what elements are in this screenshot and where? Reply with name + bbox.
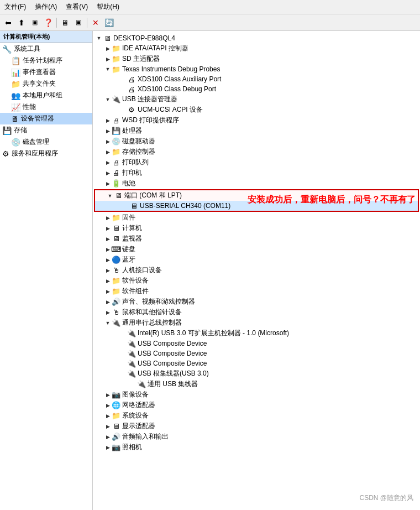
tree-ucm[interactable]: ⚙ UCM-UCSI ACPI 设备 [93,105,420,115]
tree-mouse[interactable]: 🖱 鼠标和其他指针设备 [93,307,420,318]
display-icon: 🖥 [112,422,120,431]
toolbar-properties[interactable]: ▣ [29,17,41,29]
tree-xds-dbg[interactable]: 🖨 XDS100 Class Debug Port [93,84,420,94]
sidebar-item-storage[interactable]: 💾 存储 [0,124,92,136]
ucm-label: UCM-UCSI ACPI 设备 [138,105,203,115]
camera-icon: 📷 [112,443,120,452]
bluetooth-label: 蓝牙 [122,255,135,264]
usb-ctrl-label: 通用串行总线控制器 [122,318,182,327]
tree-usb-root-hub[interactable]: 🔌 USB 根集线器(USB 3.0) [93,368,420,379]
sidebar-item-device-manager[interactable]: 🖥 设备管理器 [0,113,92,124]
printer-arrow [104,169,112,177]
tree-imaging[interactable]: 📷 图像设备 [93,389,420,400]
disk-arrow [104,138,112,145]
usb-ctrl-arrow [104,319,112,327]
menu-view[interactable]: 查看(V) [64,1,90,13]
ucm-arrow [119,106,127,114]
tree-monitor[interactable]: 🖥 监视器 [93,233,420,244]
tree-wsd[interactable]: 🖨 WSD 打印提供程序 [93,115,420,126]
toolbar-up[interactable]: ⬆ [15,17,28,29]
ch340-label: USB-SERIAL CH340 (COM11) [140,202,230,210]
tree-print-queue[interactable]: 🖨 打印队列 [93,157,420,168]
tree-firmware[interactable]: 📁 固件 [93,212,420,223]
toolbar-monitor[interactable]: 🖥 [59,17,71,29]
tree-ide[interactable]: 📁 IDE ATA/ATAPI 控制器 [93,43,420,54]
menu-help[interactable]: 帮助(H) [95,1,122,13]
menu-file[interactable]: 文件(F) [2,1,28,13]
tree-software-device[interactable]: 📁 软件设备 [93,275,420,286]
toolbar-delete[interactable]: ✕ [90,17,102,29]
tree-audio-io[interactable]: 🔊 音频输入和输出 [93,431,420,442]
tree-software-comp[interactable]: 📁 软件组件 [93,286,420,296]
task-scheduler-icon: 📋 [11,56,20,65]
tree-ti[interactable]: 📁 Texas Instruments Debug Probes [93,64,420,74]
usb-comp1-arrow [119,340,127,347]
sidebar-item-task-scheduler[interactable]: 📋 任务计划程序 [0,55,92,66]
sidebar-item-local-users[interactable]: 👥 本地用户和组 [0,90,92,101]
tree-usb-conn[interactable]: 🔌 USB 连接器管理器 [93,94,420,105]
mouse-label: 鼠标和其他指针设备 [122,308,182,317]
firmware-icon: 📁 [112,214,120,222]
toolbar-monitor2[interactable]: ▣ [72,17,85,29]
shared-folders-label: 共享文件夹 [23,79,56,89]
usb-comp1-icon: 🔌 [127,339,136,348]
tree-printer[interactable]: 🖨 打印机 [93,168,420,178]
tree-usb-comp3[interactable]: 🔌 USB Composite Device [93,358,420,368]
menu-action[interactable]: 操作(A) [33,1,59,13]
tree-usb-comp2[interactable]: 🔌 USB Composite Device [93,348,420,358]
toolbar-refresh[interactable]: 🔄 [103,17,115,29]
sidebar-item-event-viewer[interactable]: 📊 事件查看器 [0,66,92,78]
tree-keyboard[interactable]: ⌨ 键盘 [93,244,420,254]
storage-icon: 💾 [2,126,12,135]
tree-root[interactable]: 🖥 DESKTOP-E988QL4 [93,33,420,43]
usb-root-hub-arrow [119,370,127,378]
toolbar-help[interactable]: ❓ [42,17,54,29]
tree-system-dev[interactable]: 📁 系统设备 [93,410,420,421]
intel-usb-label: Intel(R) USB 3.0 可扩展主机控制器 - 1.0 (Microso… [138,329,289,338]
tree-storage-ctrl[interactable]: 📁 存储控制器 [93,147,420,157]
tree-display[interactable]: 🖥 显示适配器 [93,421,420,431]
xds-aux-label: XDS100 Class Auxiliary Port [138,75,221,83]
tree-sd[interactable]: 📁 SD 主适配器 [93,54,420,64]
sidebar-item-disk-mgmt[interactable]: 💿 磁盘管理 [0,136,92,148]
usb-comp1-label: USB Composite Device [138,340,207,347]
toolbar-back[interactable]: ⬅ [2,17,14,29]
tree-network[interactable]: 🌐 网络适配器 [93,400,420,410]
software-comp-arrow [104,288,112,295]
print-queue-arrow [104,159,112,166]
usb-conn-label: USB 连接器管理器 [122,95,177,104]
system-dev-icon: 📁 [112,412,120,420]
tree-usb-hub-generic[interactable]: 🔌 通用 USB 集线器 [93,379,420,389]
tree-intel-usb[interactable]: 🔌 Intel(R) USB 3.0 可扩展主机控制器 - 1.0 (Micro… [93,328,420,339]
usb-comp3-label: USB Composite Device [138,360,207,367]
tree-disk[interactable]: 💿 磁盘驱动器 [93,136,420,147]
keyboard-icon: ⌨ [112,245,120,254]
tree-usb-ctrl[interactable]: 🔌 通用串行总线控制器 [93,318,420,328]
ti-arrow [104,65,112,73]
tree-computer[interactable]: 🖥 计算机 [93,223,420,233]
disk-label: 磁盘驱动器 [122,137,155,146]
tree-xds-aux[interactable]: 🖨 XDS100 Class Auxiliary Port [93,74,420,84]
printer-label: 打印机 [122,168,142,178]
tree-bluetooth[interactable]: 🔵 蓝牙 [93,254,420,265]
tree-cpu[interactable]: 💾 处理器 [93,126,420,136]
usb-comp2-arrow [119,350,127,357]
audio-icon: 🔊 [112,298,120,306]
tree-camera[interactable]: 📷 照相机 [93,442,420,452]
tree-hid[interactable]: 🖱 人机接口设备 [93,265,420,275]
sidebar-item-shared-folders[interactable]: 📁 共享文件夹 [0,78,92,90]
ports-label: 端口 (COM 和 LPT) [124,191,182,200]
monitor-label: 监视器 [122,234,142,243]
firmware-arrow [104,214,112,222]
sidebar-item-services[interactable]: ⚙ 服务和应用程序 [0,148,92,159]
sidebar-item-performance[interactable]: 📈 性能 [0,101,92,113]
monitor-icon: 🖥 [112,235,120,243]
sidebar-item-system-tools[interactable]: 🔧 系统工具 [0,43,92,55]
keyboard-label: 键盘 [122,244,135,254]
tree-battery[interactable]: 🔋 电池 [93,178,420,189]
sidebar: 计算机管理(本地) 🔧 系统工具 📋 任务计划程序 📊 事件查看器 📁 共享文件… [0,31,93,510]
performance-label: 性能 [23,102,36,112]
wsd-icon: 🖨 [112,116,120,125]
tree-usb-comp1[interactable]: 🔌 USB Composite Device [93,339,420,348]
tree-audio[interactable]: 🔊 声音、视频和游戏控制器 [93,296,420,307]
